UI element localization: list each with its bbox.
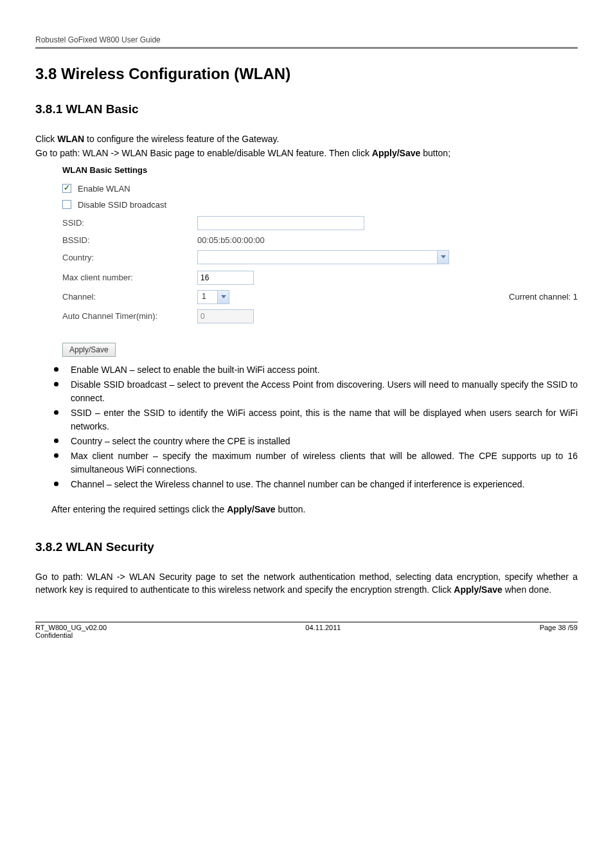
enable-wlan-label: Enable WLAN bbox=[78, 184, 130, 194]
auto-timer-input[interactable] bbox=[197, 309, 254, 323]
disable-ssid-label: Disable SSID broadcast bbox=[78, 200, 166, 210]
list-item: Max client number – specify the maximum … bbox=[51, 449, 578, 476]
intro1-post: to configure the wireless feature of the… bbox=[84, 134, 279, 144]
channel-select[interactable]: 1 bbox=[197, 290, 229, 304]
intro-line2: Go to path: WLAN -> WLAN Basic page to e… bbox=[35, 147, 578, 159]
wlan-panel-title: WLAN Basic Settings bbox=[62, 165, 578, 175]
intro1-bold: WLAN bbox=[57, 134, 84, 144]
security-para: Go to path: WLAN -> WLAN Security page t… bbox=[35, 570, 578, 597]
subsection-security-title: 3.8.2 WLAN Security bbox=[35, 540, 578, 554]
intro2-post: button; bbox=[420, 148, 450, 158]
ssid-label: SSID: bbox=[62, 218, 197, 228]
doc-header: Robustel GoFixed W800 User Guide bbox=[35, 35, 578, 47]
max-client-label: Max client number: bbox=[62, 273, 197, 282]
country-label: Country: bbox=[62, 253, 197, 262]
channel-label: Channel: bbox=[62, 292, 197, 302]
footer-page: Page 38 /59 bbox=[540, 624, 578, 639]
bssid-label: BSSID: bbox=[62, 235, 197, 245]
intro1-pre: Click bbox=[35, 134, 57, 144]
list-item: Channel – select the Wireless channel to… bbox=[51, 478, 578, 491]
channel-select-value: 1 bbox=[198, 291, 217, 303]
channel-select-arrow[interactable] bbox=[217, 291, 229, 303]
max-client-input[interactable] bbox=[197, 271, 254, 285]
after-post: button. bbox=[276, 504, 306, 514]
security-post: when done. bbox=[502, 584, 551, 595]
footer-confidential: Confidential bbox=[35, 631, 107, 639]
chevron-down-icon bbox=[221, 295, 226, 298]
feature-bullets: Enable WLAN – select to enable the built… bbox=[51, 363, 578, 491]
footer-date: 04.11.2011 bbox=[107, 624, 540, 639]
subsection-basic-title: 3.8.1 WLAN Basic bbox=[35, 102, 578, 116]
list-item: Disable SSID broadcast – select to preve… bbox=[51, 378, 578, 405]
after-text: After entering the required settings cli… bbox=[51, 504, 578, 514]
wlan-basic-panel: WLAN Basic Settings Enable WLAN Disable … bbox=[62, 165, 578, 357]
intro-line1: Click WLAN to configure the wireless fea… bbox=[35, 132, 578, 145]
auto-timer-label: Auto Channel Timer(min): bbox=[62, 311, 197, 321]
apply-save-button[interactable]: Apply/Save bbox=[62, 343, 116, 357]
intro2-bold: Apply/Save bbox=[372, 148, 420, 158]
section-title: 3.8 Wireless Configuration (WLAN) bbox=[35, 65, 578, 83]
after-bold: Apply/Save bbox=[227, 504, 275, 514]
country-select-arrow[interactable] bbox=[437, 251, 449, 264]
list-item: Enable WLAN – select to enable the built… bbox=[51, 363, 578, 377]
ssid-input[interactable] bbox=[197, 216, 364, 230]
chevron-down-icon bbox=[441, 255, 446, 258]
page-footer: RT_W800_UG_v02.00 Confidential 04.11.201… bbox=[35, 622, 578, 639]
country-select[interactable] bbox=[197, 250, 449, 264]
intro2-pre: Go to path: WLAN -> WLAN Basic page to e… bbox=[35, 148, 372, 158]
current-channel-text: Current channel: 1 bbox=[470, 292, 578, 302]
list-item: Country – select the country where the C… bbox=[51, 435, 578, 448]
enable-wlan-checkbox[interactable] bbox=[62, 184, 71, 193]
security-bold: Apply/Save bbox=[454, 584, 502, 595]
country-select-value bbox=[198, 251, 437, 264]
bssid-value: 00:05:b5:00:00:00 bbox=[197, 235, 470, 245]
list-item: SSID – enter the SSID to identify the Wi… bbox=[51, 406, 578, 433]
disable-ssid-checkbox[interactable] bbox=[62, 200, 71, 209]
footer-doc: RT_W800_UG_v02.00 bbox=[35, 624, 107, 631]
after-pre: After entering the required settings cli… bbox=[51, 504, 227, 514]
header-rule bbox=[35, 47, 578, 49]
